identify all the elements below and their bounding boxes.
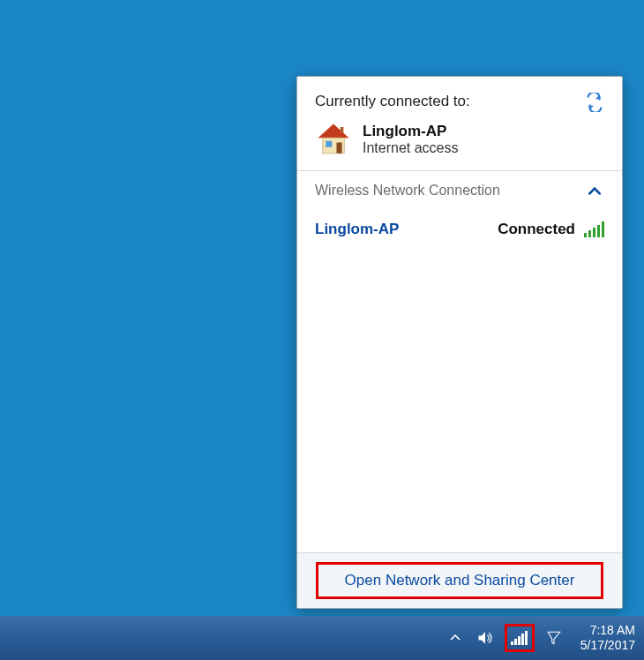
- network-item-status: Connected: [498, 221, 575, 238]
- network-tray-icon[interactable]: [509, 627, 530, 649]
- current-connection-text: Linglom-AP Internet access: [363, 123, 459, 156]
- refresh-button[interactable]: [585, 93, 604, 112]
- flyout-footer: Open Network and Sharing Center: [297, 552, 622, 608]
- current-connection-header: Currently connected to:: [315, 93, 470, 110]
- annotation-highlight: Open Network and Sharing Center: [316, 562, 604, 599]
- taskbar-date: 5/17/2017: [580, 638, 635, 654]
- taskbar: 7:18 AM 5/17/2017: [0, 616, 644, 660]
- network-flyout: Currently connected to:: [296, 76, 623, 609]
- network-item[interactable]: Linglom-AP Connected: [315, 214, 604, 245]
- network-item-ssid: Linglom-AP: [315, 221, 399, 238]
- taskbar-time: 7:18 AM: [580, 623, 635, 639]
- svg-rect-4: [341, 127, 344, 133]
- svg-rect-3: [337, 143, 342, 154]
- current-connection-header-row: Currently connected to:: [315, 93, 604, 112]
- wireless-section-title: Wireless Network Connection: [315, 183, 500, 199]
- action-center-icon[interactable]: [543, 627, 565, 649]
- annotation-highlight: [505, 624, 535, 652]
- home-network-icon: [315, 121, 352, 158]
- volume-icon[interactable]: [475, 627, 496, 649]
- taskbar-clock[interactable]: 7:18 AM 5/17/2017: [580, 623, 635, 654]
- open-network-sharing-center-link[interactable]: Open Network and Sharing Center: [333, 566, 588, 595]
- current-connection-info: Linglom-AP Internet access: [315, 121, 604, 158]
- svg-rect-2: [326, 141, 332, 147]
- signal-strength-icon: [584, 221, 604, 237]
- current-connection-section: Currently connected to:: [297, 77, 622, 170]
- collapse-toggle[interactable]: [585, 182, 604, 199]
- current-network-name: Linglom-AP: [363, 123, 459, 140]
- network-list: Linglom-AP Connected: [297, 205, 622, 552]
- current-network-subtext: Internet access: [363, 140, 459, 156]
- tray-overflow-button[interactable]: [445, 627, 466, 649]
- system-tray: 7:18 AM 5/17/2017: [445, 623, 635, 654]
- svg-marker-0: [318, 124, 349, 139]
- network-item-right: Connected: [498, 221, 604, 238]
- wireless-section-header[interactable]: Wireless Network Connection: [297, 171, 622, 205]
